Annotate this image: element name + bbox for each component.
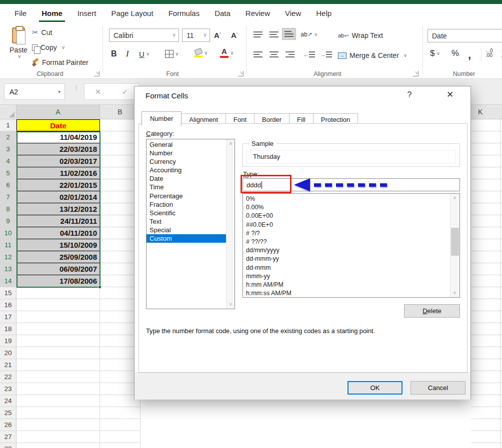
category-item-scientific[interactable]: Scientific: [146, 209, 226, 217]
scroll-down-icon[interactable]: ˅: [450, 289, 459, 297]
name-box[interactable]: A2 ▾: [4, 83, 65, 100]
row-header-15[interactable]: 15: [0, 287, 16, 299]
underline-button[interactable]: U˅: [139, 47, 150, 60]
cancel-button[interactable]: Cancel: [410, 381, 466, 395]
row-header-2[interactable]: 2: [0, 131, 16, 143]
number-format-combobox[interactable]: Date: [428, 29, 502, 42]
cancel-entry-icon[interactable]: ✕: [95, 87, 102, 96]
category-item-percentage[interactable]: Percentage: [146, 192, 226, 200]
menu-tab-home[interactable]: Home: [34, 4, 70, 22]
scroll-up-icon[interactable]: ˄: [450, 194, 459, 202]
menu-tab-view[interactable]: View: [278, 4, 308, 22]
type-option[interactable]: ##0.0E+0: [243, 221, 450, 229]
category-item-general[interactable]: General: [146, 140, 226, 149]
font-size-combobox[interactable]: 11 ˅: [182, 28, 210, 42]
cell-A16[interactable]: [16, 299, 100, 311]
column-header-k[interactable]: K: [471, 105, 502, 119]
menu-tab-insert[interactable]: Insert: [70, 4, 104, 22]
type-option[interactable]: mmm-yy: [243, 272, 450, 281]
decrease-font-size-button[interactable]: Aˇ: [231, 28, 238, 41]
confirm-entry-icon[interactable]: ✓: [122, 87, 128, 96]
row-header-9[interactable]: 9: [0, 215, 16, 227]
font-name-combobox[interactable]: Calibri ˅: [109, 28, 179, 42]
row-header-10[interactable]: 10: [0, 227, 16, 239]
alignment-dialog-launcher-icon[interactable]: ↘: [413, 71, 418, 76]
cell-B25[interactable]: [100, 407, 140, 419]
accounting-format-button[interactable]: $˅: [430, 48, 440, 58]
italic-button[interactable]: I: [126, 47, 129, 60]
align-right-button[interactable]: [283, 48, 297, 60]
category-item-fraction[interactable]: Fraction: [146, 200, 226, 209]
bottom-align-button[interactable]: [282, 28, 296, 40]
cell-A12[interactable]: 25/09/2008: [16, 251, 100, 263]
type-options-listbox[interactable]: 0%0.00%0.00E+00##0.0E+0# ?/?# ??/??dd/mm…: [242, 193, 460, 298]
category-item-date[interactable]: Date: [146, 174, 226, 183]
type-option[interactable]: dd-mmm: [243, 264, 450, 272]
cell-A9[interactable]: 24/11/2011: [16, 215, 100, 227]
align-center-button[interactable]: [267, 48, 281, 60]
column-header-a[interactable]: A: [16, 105, 100, 119]
category-item-accounting[interactable]: Accounting: [146, 166, 226, 174]
category-scrollbar[interactable]: ˄ ˅: [226, 139, 234, 309]
row-header-1[interactable]: 1: [0, 119, 16, 131]
font-color-button[interactable]: A ˅: [220, 46, 234, 59]
cell-A26[interactable]: [16, 419, 100, 431]
row-header-18[interactable]: 18: [0, 323, 16, 335]
menu-tab-page-layout[interactable]: Page Layout: [104, 4, 160, 22]
cell-A19[interactable]: [16, 335, 100, 347]
type-option[interactable]: h:mm AM/PM: [243, 281, 450, 289]
menu-tab-review[interactable]: Review: [238, 4, 278, 22]
scroll-up-icon[interactable]: ˄: [226, 139, 235, 148]
row-header-7[interactable]: 7: [0, 191, 16, 203]
top-align-button[interactable]: [251, 28, 265, 40]
cell-B28[interactable]: [100, 443, 140, 448]
row-header-26[interactable]: 26: [0, 419, 16, 431]
row-header-16[interactable]: 16: [0, 299, 16, 311]
row-header-4[interactable]: 4: [0, 155, 16, 167]
cell-A7[interactable]: 02/01/2014: [16, 191, 100, 203]
row-header-12[interactable]: 12: [0, 251, 16, 263]
category-item-number[interactable]: Number: [146, 149, 226, 157]
paste-button[interactable]: Paste ˅: [6, 25, 31, 69]
category-item-currency[interactable]: Currency: [146, 157, 226, 166]
row-header-8[interactable]: 8: [0, 203, 16, 215]
row-header-6[interactable]: 6: [0, 179, 16, 191]
percent-style-button[interactable]: %: [452, 48, 459, 58]
category-item-time[interactable]: Time: [146, 183, 226, 191]
merge-center-button[interactable]: ↔ Merge & Center ˅: [338, 49, 407, 61]
decrease-indent-button[interactable]: ←: [302, 48, 316, 60]
cell-B26[interactable]: [100, 419, 140, 431]
type-option[interactable]: 0.00E+00: [243, 212, 450, 220]
cell-A24[interactable]: [16, 395, 100, 407]
type-option[interactable]: dd/mm/yyyy: [243, 246, 450, 255]
category-item-custom[interactable]: Custom: [146, 234, 226, 243]
type-option[interactable]: h:mm:ss AM/PM: [243, 289, 450, 298]
increase-indent-button[interactable]: →: [319, 48, 333, 60]
cell-A5[interactable]: 11/02/2016: [16, 167, 100, 179]
delete-button[interactable]: Delete: [404, 304, 460, 318]
row-header-3[interactable]: 3: [0, 143, 16, 155]
cell-B27[interactable]: [100, 431, 140, 443]
cell-A3[interactable]: 22/03/2018: [16, 143, 100, 155]
cell-A27[interactable]: [16, 431, 100, 443]
category-listbox[interactable]: GeneralNumberCurrencyAccountingDateTimeP…: [146, 139, 235, 309]
comma-style-button[interactable]: ,: [468, 48, 471, 61]
menu-tab-data[interactable]: Data: [207, 4, 238, 22]
row-header-27[interactable]: 27: [0, 431, 16, 443]
type-option[interactable]: dd-mmm-yy: [243, 255, 450, 263]
cell-A20[interactable]: [16, 347, 100, 359]
align-left-button[interactable]: [251, 48, 265, 60]
font-dialog-launcher-icon[interactable]: ↘: [238, 71, 244, 76]
row-header-19[interactable]: 19: [0, 335, 16, 347]
type-option[interactable]: # ?/?: [243, 229, 450, 238]
row-header-5[interactable]: 5: [0, 167, 16, 179]
type-option[interactable]: 0.00%: [243, 203, 450, 212]
ok-button[interactable]: OK: [348, 381, 402, 395]
increase-font-size-button[interactable]: Aˆ: [214, 28, 221, 41]
cell-A8[interactable]: 13/12/2012: [16, 203, 100, 215]
select-all-corner[interactable]: [0, 105, 16, 119]
cell-A21[interactable]: [16, 359, 100, 371]
borders-button[interactable]: ˅: [165, 47, 178, 60]
type-option[interactable]: # ??/??: [243, 238, 450, 246]
format-painter-button[interactable]: Format Painter: [32, 56, 88, 68]
